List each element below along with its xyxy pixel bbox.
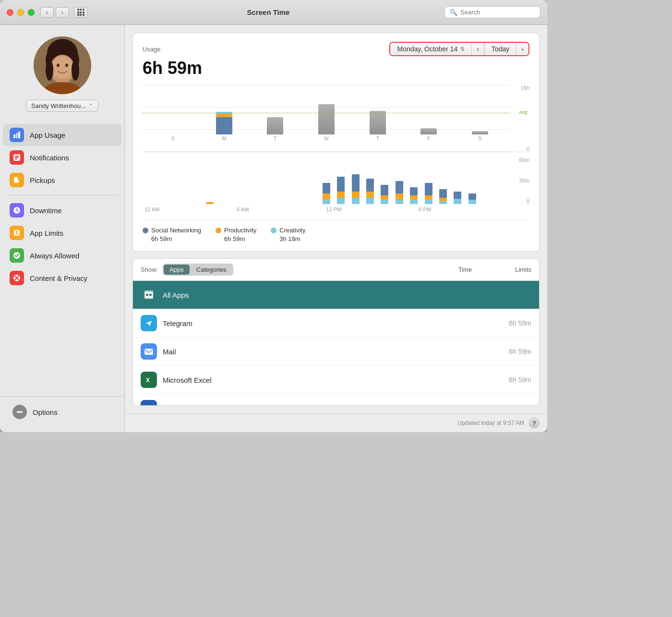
traffic-lights bbox=[7, 9, 35, 16]
telegram-icon bbox=[141, 315, 157, 331]
legend-name-social: Social Networking bbox=[151, 227, 201, 234]
app-row-telegram[interactable]: Telegram 6h 59m bbox=[133, 309, 539, 338]
tab-apps[interactable]: Apps bbox=[164, 265, 190, 275]
svg-rect-30 bbox=[144, 292, 153, 299]
sidebar-item-options[interactable]: Options bbox=[6, 401, 119, 423]
search-icon: 🔍 bbox=[450, 9, 457, 16]
svg-text:W: W bbox=[146, 405, 152, 406]
today-button[interactable]: Today bbox=[484, 43, 516, 55]
legend: Social Networking 6h 59m Productivity 6h… bbox=[143, 220, 529, 242]
sidebar-item-pickups[interactable]: Pickups bbox=[3, 169, 121, 191]
svg-rect-32 bbox=[146, 294, 148, 296]
search-input[interactable] bbox=[460, 9, 535, 16]
col-header-limits: Limits bbox=[515, 266, 531, 273]
app-time-excel: 6h 59m bbox=[498, 376, 531, 384]
sidebar: Sandy Writtenhou... ⌃ App Usage bbox=[0, 25, 125, 432]
legend-time-productivity: 6h 59m bbox=[216, 235, 256, 242]
sidebar-label-options: Options bbox=[33, 408, 58, 416]
sidebar-item-content-privacy[interactable]: Content & Privacy bbox=[3, 267, 121, 289]
date-nav[interactable]: Monday, October 14 ⇅ ‹ Today › bbox=[389, 42, 529, 56]
content-inner: Usage Monday, October 14 ⇅ ‹ Today › 6h … bbox=[125, 25, 547, 413]
grid-view-button[interactable] bbox=[74, 7, 87, 18]
weekly-chart-y-labels: 16h 0 bbox=[511, 85, 529, 152]
hourly-x-12am: 12 AM bbox=[144, 206, 159, 212]
svg-rect-21 bbox=[15, 233, 18, 234]
sidebar-label-downtime: Downtime bbox=[30, 206, 62, 215]
pickups-icon bbox=[10, 173, 24, 187]
svg-rect-16 bbox=[15, 157, 19, 158]
prev-date-button[interactable]: ‹ bbox=[472, 43, 484, 55]
legend-creativity: Creativity 3h 18m bbox=[271, 227, 305, 242]
main-layout: Sandy Writtenhou... ⌃ App Usage bbox=[0, 25, 547, 432]
mail-icon bbox=[141, 343, 157, 360]
sidebar-divider bbox=[7, 195, 118, 195]
hourly-y-0: 0 bbox=[511, 198, 529, 204]
hourly-chart-bars bbox=[143, 157, 510, 204]
back-button[interactable]: ‹ bbox=[40, 7, 54, 18]
svg-point-10 bbox=[72, 60, 79, 81]
usage-card: Usage Monday, October 14 ⇅ ‹ Today › 6h … bbox=[132, 33, 540, 252]
sidebar-label-pickups: Pickups bbox=[30, 176, 55, 184]
search-box[interactable]: 🔍 bbox=[444, 6, 540, 18]
sidebar-item-app-usage[interactable]: App Usage bbox=[3, 124, 121, 146]
sidebar-label-content-privacy: Content & Privacy bbox=[30, 274, 87, 282]
legend-social: Social Networking 6h 59m bbox=[143, 227, 201, 242]
content-area: Usage Monday, October 14 ⇅ ‹ Today › 6h … bbox=[125, 25, 547, 432]
close-button[interactable] bbox=[7, 9, 13, 16]
usage-label: Usage bbox=[143, 46, 161, 53]
main-window: ‹ › Screen Time 🔍 bbox=[0, 0, 547, 432]
next-date-button[interactable]: › bbox=[516, 43, 528, 55]
svg-rect-33 bbox=[149, 294, 152, 296]
app-name-mail: Mail bbox=[163, 348, 492, 356]
legend-productivity: Productivity 6h 59m bbox=[216, 227, 256, 242]
tab-categories[interactable]: Categories bbox=[191, 265, 232, 275]
svg-point-9 bbox=[46, 60, 53, 81]
apps-card: Show: Apps Categories Time Limits bbox=[132, 258, 540, 406]
app-limits-icon bbox=[10, 226, 24, 240]
svg-rect-17 bbox=[15, 158, 17, 159]
legend-dot-productivity bbox=[216, 228, 221, 233]
downtime-icon bbox=[10, 203, 24, 218]
sidebar-bottom: Options bbox=[0, 396, 124, 427]
usage-header: Usage Monday, October 14 ⇅ ‹ Today › bbox=[143, 42, 529, 56]
svg-rect-31 bbox=[144, 290, 153, 293]
app-row-word[interactable]: W Microsoft Word 6h 59m bbox=[133, 394, 539, 406]
tab-group: Apps Categories bbox=[163, 264, 233, 276]
user-selector[interactable]: Sandy Writtenhou... ⌃ bbox=[26, 100, 98, 112]
always-allowed-icon bbox=[10, 248, 24, 263]
notifications-icon bbox=[10, 150, 24, 165]
app-row-all-apps[interactable]: All Apps bbox=[133, 281, 539, 309]
fullscreen-button[interactable] bbox=[28, 9, 35, 16]
svg-point-27 bbox=[17, 411, 19, 413]
legend-name-creativity: Creativity bbox=[279, 227, 305, 234]
help-button[interactable]: ? bbox=[529, 418, 540, 428]
svg-point-6 bbox=[65, 64, 68, 67]
sidebar-item-notifications[interactable]: Notifications bbox=[3, 146, 121, 169]
app-row-excel[interactable]: X Microsoft Excel 6h 59m bbox=[133, 366, 539, 394]
weekly-y-label-0: 0 bbox=[511, 146, 529, 152]
hourly-chart: 12 AM 6 AM 12 PM 6 PM 60m 30m 0 bbox=[143, 157, 529, 215]
svg-rect-13 bbox=[18, 132, 20, 138]
svg-rect-11 bbox=[13, 134, 15, 138]
col-header-time: Time bbox=[458, 266, 472, 273]
sidebar-item-downtime[interactable]: Downtime bbox=[3, 199, 121, 221]
weekly-chart-x-labels bbox=[143, 141, 510, 152]
forward-button[interactable]: › bbox=[56, 7, 69, 18]
minimize-button[interactable] bbox=[17, 9, 24, 16]
hourly-chart-y-labels: 60m 30m 0 bbox=[511, 157, 529, 204]
app-name-word: Microsoft Word bbox=[163, 404, 492, 406]
app-usage-icon bbox=[10, 128, 24, 142]
hourly-x-6pm: 6 PM bbox=[419, 206, 431, 212]
status-bar: Updated today at 9:57 AM ? bbox=[125, 413, 547, 432]
grid-icon bbox=[77, 9, 84, 16]
date-display[interactable]: Monday, October 14 ⇅ bbox=[390, 43, 472, 55]
sidebar-item-always-allowed[interactable]: Always Allowed bbox=[3, 244, 121, 266]
app-name-all-apps: All Apps bbox=[163, 291, 531, 299]
svg-rect-38 bbox=[144, 404, 153, 406]
app-time-telegram: 6h 59m bbox=[498, 319, 531, 327]
show-label: Show: bbox=[141, 266, 158, 273]
app-row-mail[interactable]: Mail 6h 59m bbox=[133, 338, 539, 366]
sidebar-item-app-limits[interactable]: App Limits bbox=[3, 222, 121, 244]
content-privacy-icon bbox=[10, 271, 24, 285]
svg-point-22 bbox=[16, 231, 18, 233]
